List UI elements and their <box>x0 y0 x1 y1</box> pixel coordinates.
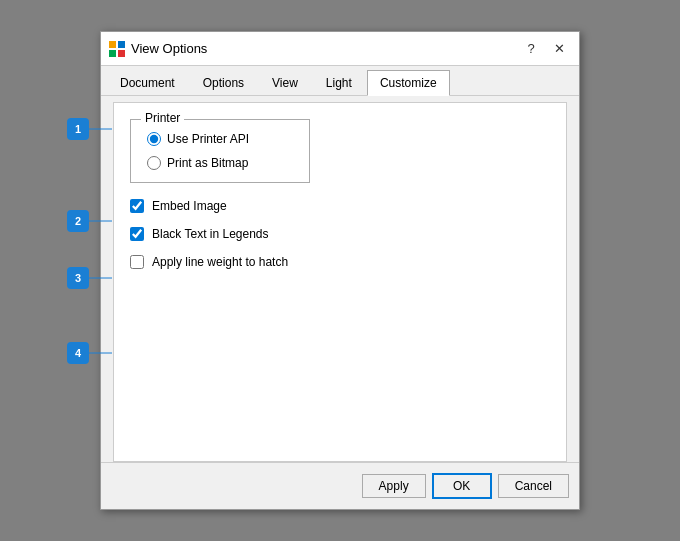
embed-image-option: Embed Image <box>130 199 550 213</box>
help-button[interactable]: ? <box>519 37 543 61</box>
print-as-bitmap-radio[interactable] <box>147 156 161 170</box>
print-as-bitmap-option: Print as Bitmap <box>147 156 293 170</box>
tab-document[interactable]: Document <box>107 70 188 95</box>
tab-customize[interactable]: Customize <box>367 70 450 96</box>
tab-view[interactable]: View <box>259 70 311 95</box>
use-printer-api-option: Use Printer API <box>147 132 293 146</box>
svg-rect-1 <box>118 41 125 48</box>
printer-group: Printer Use Printer API Print as Bitmap <box>130 119 310 183</box>
use-printer-api-label: Use Printer API <box>167 132 249 146</box>
title-bar: View Options ? ✕ <box>101 32 579 66</box>
content-area: Printer Use Printer API Print as Bitmap … <box>113 102 567 462</box>
apply-button[interactable]: Apply <box>362 474 426 498</box>
black-text-legends-label: Black Text in Legends <box>152 227 269 241</box>
title-bar-controls: ? ✕ <box>519 37 571 61</box>
annotation-4: 4 <box>67 342 89 364</box>
close-button[interactable]: ✕ <box>547 37 571 61</box>
cancel-button[interactable]: Cancel <box>498 474 569 498</box>
annotation-3: 3 <box>67 267 89 289</box>
tab-light[interactable]: Light <box>313 70 365 95</box>
tab-options[interactable]: Options <box>190 70 257 95</box>
svg-rect-0 <box>109 41 116 48</box>
dialog-footer: Apply OK Cancel <box>101 462 579 509</box>
tab-bar: Document Options View Light Customize <box>101 66 579 96</box>
view-options-dialog: View Options ? ✕ Document Options View L… <box>100 31 580 510</box>
annotation-2: 2 <box>67 210 89 232</box>
ok-button[interactable]: OK <box>432 473 492 499</box>
black-text-legends-checkbox[interactable] <box>130 227 144 241</box>
annotation-1: 1 <box>67 118 89 140</box>
embed-image-checkbox[interactable] <box>130 199 144 213</box>
dialog-title: View Options <box>131 41 207 56</box>
print-as-bitmap-label: Print as Bitmap <box>167 156 248 170</box>
use-printer-api-radio[interactable] <box>147 132 161 146</box>
apply-line-weight-label: Apply line weight to hatch <box>152 255 288 269</box>
app-icon <box>109 41 125 57</box>
title-bar-left: View Options <box>109 41 207 57</box>
printer-group-legend: Printer <box>141 111 184 125</box>
apply-line-weight-option: Apply line weight to hatch <box>130 255 550 269</box>
svg-rect-3 <box>118 50 125 57</box>
black-text-legends-option: Black Text in Legends <box>130 227 550 241</box>
embed-image-label: Embed Image <box>152 199 227 213</box>
apply-line-weight-checkbox[interactable] <box>130 255 144 269</box>
svg-rect-2 <box>109 50 116 57</box>
